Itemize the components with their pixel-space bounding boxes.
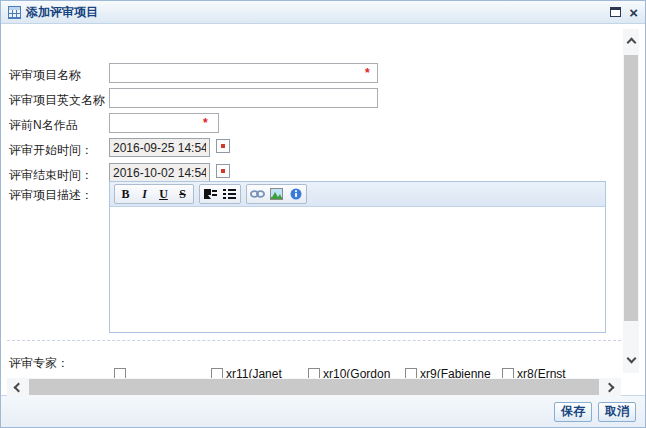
top-n-label: 评前N名作品 — [9, 117, 78, 134]
section-divider — [7, 340, 621, 341]
list-icon[interactable] — [220, 186, 239, 203]
description-editor: B I U S — [109, 181, 606, 333]
maximize-icon[interactable] — [610, 7, 621, 17]
insert-button-group — [246, 184, 307, 204]
italic-button[interactable]: I — [135, 186, 154, 203]
add-review-project-dialog: 添加评审项目 × 评审项目名称 * 评审项目英文名称 评前N名作品 * 评审开始… — [0, 0, 646, 428]
scroll-down-icon[interactable] — [623, 349, 639, 368]
editor-toolbar: B I U S — [110, 182, 605, 207]
vertical-scroll-thumb[interactable] — [624, 55, 638, 321]
calendar-icon[interactable] — [216, 164, 230, 178]
cancel-button[interactable]: 取消 — [598, 402, 636, 422]
required-asterisk: * — [365, 66, 370, 80]
end-time-label: 评审结束时间： — [9, 167, 93, 184]
underline-button[interactable]: U — [154, 186, 173, 203]
dialog-footer: 保存 取消 — [1, 395, 645, 427]
blockquote-icon[interactable] — [201, 186, 220, 203]
project-en-name-input[interactable] — [109, 88, 378, 108]
project-en-name-label: 评审项目英文名称 — [9, 92, 105, 109]
scroll-left-icon[interactable] — [7, 384, 22, 391]
scroll-up-icon[interactable] — [623, 33, 639, 52]
start-time-label: 评审开始时间： — [9, 142, 93, 159]
list-button-group — [199, 184, 241, 204]
image-icon[interactable] — [267, 186, 286, 203]
window-controls: × — [610, 7, 638, 18]
vertical-scrollbar[interactable] — [623, 29, 639, 373]
dialog-titlebar: 添加评审项目 × — [1, 1, 645, 24]
save-button[interactable]: 保存 — [554, 402, 592, 422]
required-asterisk: * — [203, 116, 208, 130]
strikethrough-button[interactable]: S — [173, 186, 192, 203]
bold-button[interactable]: B — [116, 186, 135, 203]
format-button-group: B I U S — [114, 184, 194, 204]
scroll-right-icon[interactable] — [606, 384, 621, 391]
start-time-input[interactable] — [109, 138, 210, 157]
info-icon[interactable] — [286, 186, 305, 203]
description-label: 评审项目描述： — [9, 187, 93, 204]
calendar-icon[interactable] — [216, 139, 230, 153]
table-grid-icon — [8, 6, 21, 19]
horizontal-scrollbar[interactable] — [7, 378, 621, 396]
horizontal-scroll-thumb[interactable] — [29, 379, 599, 395]
description-textarea[interactable] — [110, 207, 605, 332]
end-time-input[interactable] — [109, 163, 210, 182]
project-name-label: 评审项目名称 — [9, 67, 81, 84]
dialog-title: 添加评审项目 — [26, 4, 98, 21]
link-icon[interactable] — [248, 186, 267, 203]
experts-label: 评审专家： — [9, 355, 69, 372]
project-name-input[interactable] — [109, 63, 378, 83]
dialog-content: 评审项目名称 * 评审项目英文名称 评前N名作品 * 评审开始时间： 评审结束时… — [1, 25, 645, 397]
close-icon[interactable]: × — [629, 7, 638, 18]
